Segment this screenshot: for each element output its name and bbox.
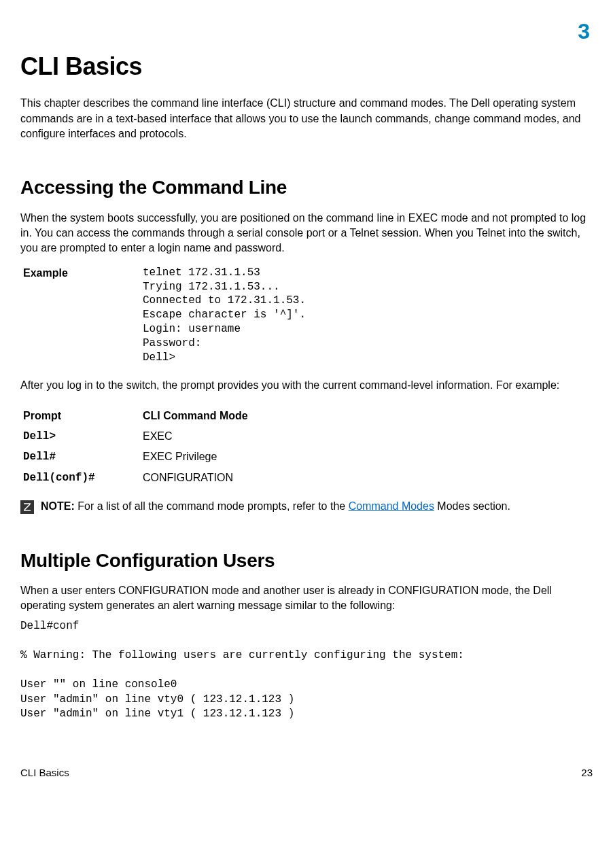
config-users-code: Dell#conf % Warning: The following users… — [20, 619, 593, 722]
section2-para1: When a user enters CONFIGURATION mode an… — [20, 583, 593, 614]
chapter-number: 3 — [20, 16, 593, 47]
example-label: Example — [20, 266, 143, 281]
table-row: Dell(conf)# CONFIGURATION — [20, 468, 593, 488]
table-header-mode: CLI Command Mode — [143, 409, 593, 423]
prompt-cell: Dell# — [20, 449, 143, 464]
example-code: telnet 172.31.1.53 Trying 172.31.1.53...… — [143, 266, 306, 365]
page-footer: CLI Basics 23 — [20, 765, 593, 780]
section-heading-accessing: Accessing the Command Line — [20, 174, 593, 201]
prompt-cell: Dell> — [20, 429, 143, 444]
footer-page-number: 23 — [581, 765, 593, 780]
note-label: NOTE: — [41, 500, 75, 512]
footer-title: CLI Basics — [20, 765, 69, 780]
intro-paragraph: This chapter describes the command line … — [20, 96, 593, 141]
note-before-link: For a list of all the command mode promp… — [75, 500, 349, 512]
section1-para2: After you log in to the switch, the prom… — [20, 378, 593, 393]
note-text: NOTE: For a list of all the command mode… — [41, 499, 593, 514]
command-modes-link[interactable]: Command Modes — [349, 500, 434, 512]
table-header-row: Prompt CLI Command Mode — [20, 406, 593, 426]
mode-cell: CONFIGURATION — [143, 470, 593, 485]
section1-para1: When the system boots successfully, you … — [20, 211, 593, 256]
prompt-cell: Dell(conf)# — [20, 470, 143, 485]
table-header-prompt: Prompt — [20, 409, 143, 423]
note-icon — [20, 500, 34, 514]
mode-cell: EXEC Privilege — [143, 449, 593, 464]
example-block: Example telnet 172.31.1.53 Trying 172.31… — [20, 266, 593, 365]
note-after-link: Modes section. — [434, 500, 510, 512]
page-title: CLI Basics — [20, 50, 593, 84]
section-heading-multiple-users: Multiple Configuration Users — [20, 547, 593, 574]
table-row: Dell# EXEC Privilege — [20, 447, 593, 467]
table-row: Dell> EXEC — [20, 426, 593, 447]
prompt-table: Prompt CLI Command Mode Dell> EXEC Dell#… — [20, 406, 593, 489]
mode-cell: EXEC — [143, 429, 593, 444]
note-block: NOTE: For a list of all the command mode… — [20, 499, 593, 514]
